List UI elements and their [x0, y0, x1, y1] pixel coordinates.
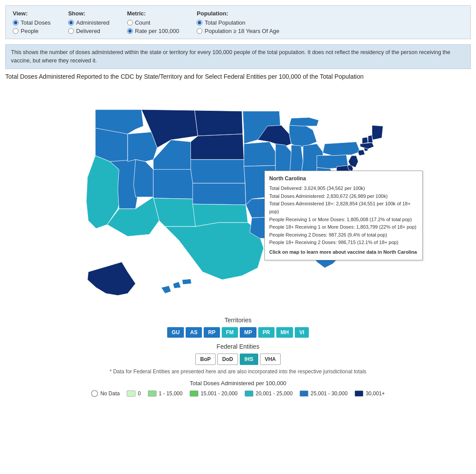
state-vt[interactable]	[362, 137, 368, 144]
show-delivered-radio[interactable]	[68, 28, 74, 34]
tooltip-row-5: People Receiving 2 Doses: 987,326 (9.4% …	[269, 231, 418, 239]
territory-btn-gu[interactable]: GU	[167, 327, 184, 338]
legend-section: Total Doses Administered per 100,000 No …	[0, 380, 476, 397]
legend-1-15k: 1 - 15,000	[148, 390, 183, 397]
state-ia[interactable]	[244, 142, 275, 167]
show-delivered[interactable]: Delivered	[68, 28, 110, 34]
legend-30k-plus: 30,001+	[355, 390, 385, 397]
tooltip-row-4: People 18+ Receiving 1 or More Doses: 1,…	[269, 223, 418, 231]
view-label: View:	[13, 10, 51, 17]
legend-15-20k: 15,001 - 20,000	[190, 390, 238, 397]
legend-title: Total Doses Administered per 100,000	[0, 380, 476, 386]
legend-30k-plus-swatch	[355, 390, 363, 397]
pop-total[interactable]: Total Population	[197, 19, 279, 26]
federal-btn-vha[interactable]: VHA	[260, 354, 281, 365]
state-ne[interactable]	[191, 160, 245, 183]
show-delivered-label: Delivered	[76, 28, 100, 34]
view-total-doses[interactable]: Total Doses	[13, 19, 51, 26]
legend-no-data: No Data	[91, 390, 120, 397]
metric-count-radio[interactable]	[127, 20, 133, 26]
legend-25-30k-label: 25,001 - 30,000	[311, 390, 348, 397]
territory-buttons-container: GU AS RP FM MP PR MH VI	[0, 327, 476, 338]
show-administered[interactable]: Administered	[68, 19, 110, 26]
tooltip-click-text: Click on map to learn more about vaccine…	[269, 248, 418, 256]
tooltip-row-2: Total Doses Administered 18+: 2,828,854 …	[269, 200, 418, 215]
territory-btn-fm[interactable]: FM	[222, 327, 238, 338]
territories-title: Territories	[0, 317, 476, 324]
footnote: * Data for Federal Entities are presente…	[0, 368, 476, 375]
tooltip-row-6: People 18+ Receiving 2 Doses: 986,715 (1…	[269, 239, 418, 247]
legend-20-25k-label: 20,001 - 25,000	[256, 390, 293, 397]
metric-control: Metric: Count Rate per 100,000	[127, 10, 179, 34]
federal-btn-bop[interactable]: BoP	[195, 354, 216, 365]
legend-30k-plus-label: 30,001+	[366, 390, 385, 397]
state-nd[interactable]	[194, 110, 242, 136]
map-container[interactable]: North Carolina Total Delivered: 3,624,90…	[49, 83, 427, 311]
legend-25-30k-swatch	[300, 390, 308, 397]
controls-bar: View: Total Doses People Show: Administe…	[5, 5, 471, 39]
pop-total-radio[interactable]	[197, 20, 202, 26]
show-label: Show:	[68, 10, 110, 17]
show-administered-label: Administered	[76, 19, 110, 26]
pop-18plus-radio[interactable]	[197, 28, 202, 34]
legend-1-15k-swatch	[148, 390, 157, 397]
state-ak[interactable]	[88, 262, 135, 295]
pop-18plus[interactable]: Population ≥ 18 Years Of Age	[197, 28, 279, 34]
view-people-radio[interactable]	[13, 28, 18, 34]
legend-1-15k-label: 1 - 15,000	[159, 390, 183, 397]
state-me[interactable]	[372, 125, 383, 140]
tooltip-row-0: Total Delivered: 3,624,905 (34,562 per 1…	[269, 185, 418, 193]
legend-20-25k: 20,001 - 25,000	[245, 390, 293, 397]
legend-15-20k-swatch	[190, 390, 198, 397]
territory-btn-as[interactable]: AS	[186, 327, 202, 338]
legend-items: No Data 0 1 - 15,000 15,001 - 20,000 20,…	[0, 390, 476, 397]
map-title: Total Doses Administered Reported to the…	[5, 73, 401, 81]
tooltip-state-name: North Carolina	[269, 175, 418, 183]
metric-rate-label: Rate per 100,000	[135, 28, 179, 34]
state-nm[interactable]	[153, 197, 195, 226]
territory-btn-mh[interactable]: MH	[276, 327, 293, 338]
legend-no-data-swatch	[91, 390, 98, 397]
population-control: Population: Total Population Population …	[197, 10, 279, 34]
territory-btn-vi[interactable]: VI	[295, 327, 308, 338]
legend-0: 0	[127, 390, 141, 397]
info-bar: This shows the number of doses administe…	[5, 44, 471, 69]
state-ny[interactable]	[323, 142, 360, 156]
federal-btn-dod[interactable]: DoD	[217, 354, 238, 365]
state-ut[interactable]	[134, 160, 154, 197]
metric-count[interactable]: Count	[127, 19, 179, 26]
metric-count-label: Count	[135, 19, 150, 26]
territory-btn-rp[interactable]: RP	[204, 327, 220, 338]
legend-15-20k-label: 15,001 - 20,000	[201, 390, 238, 397]
population-label: Population:	[197, 10, 279, 17]
info-text: This shows the number of doses administe…	[11, 49, 450, 64]
show-control: Show: Administered Delivered	[68, 10, 110, 34]
state-hi[interactable]	[161, 279, 191, 293]
territories-section: Territories GU AS RP FM MP PR MH VI	[0, 317, 476, 338]
metric-rate-radio[interactable]	[127, 28, 133, 34]
federal-section: Federal Entities BoP DoD IHS VHA	[0, 343, 476, 365]
view-control: View: Total Doses People	[13, 10, 51, 34]
territory-btn-pr[interactable]: PR	[258, 327, 275, 338]
state-co[interactable]	[153, 169, 194, 199]
view-total-doses-radio[interactable]	[13, 20, 18, 26]
legend-no-data-label: No Data	[100, 390, 120, 397]
state-tx[interactable]	[165, 222, 264, 280]
state-sd[interactable]	[191, 134, 244, 160]
state-or[interactable]	[95, 128, 128, 161]
metric-rate[interactable]: Rate per 100,000	[127, 28, 179, 34]
federal-buttons-container: BoP DoD IHS VHA	[0, 354, 476, 365]
show-administered-radio[interactable]	[68, 20, 74, 26]
state-ct[interactable]	[358, 150, 365, 156]
state-ks[interactable]	[193, 183, 246, 205]
legend-25-30k: 25,001 - 30,000	[300, 390, 348, 397]
tooltip-row-3: People Receiving 1 or More Doses: 1,805,…	[269, 216, 418, 224]
territory-btn-mp[interactable]: MP	[240, 327, 256, 338]
state-mi-up[interactable]	[289, 117, 319, 126]
metric-label: Metric:	[127, 10, 179, 17]
legend-20-25k-swatch	[245, 390, 253, 397]
federal-btn-ihs[interactable]: IHS	[240, 354, 258, 365]
view-people-label: People	[21, 28, 38, 34]
tooltip-row-1: Total Doses Administered: 2,830,672 (26,…	[269, 193, 418, 201]
view-people[interactable]: People	[13, 28, 51, 34]
